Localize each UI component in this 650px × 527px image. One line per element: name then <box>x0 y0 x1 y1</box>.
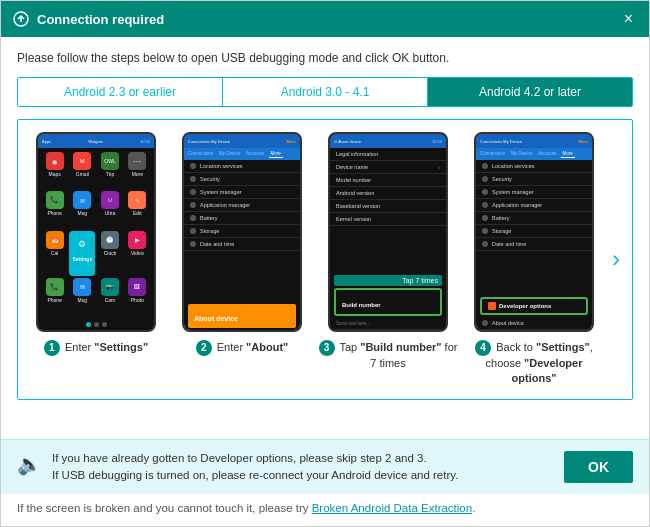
phone-tab4-conn: Connections <box>478 150 507 158</box>
phone-step2: Connections My Device More Connections M… <box>182 132 302 332</box>
tabs-bar: Android 2.3 or earlier Android 3.0 - 4.1… <box>17 77 633 107</box>
content-area: Please follow the steps below to open US… <box>1 37 649 439</box>
title-bar-left: Connection required <box>13 11 164 27</box>
phone-nav-4: Connections My Device Accounts More <box>476 148 592 160</box>
phone-tab-dev: My Device <box>217 150 242 158</box>
steps-container: Apps Widgets 10:52 ◉ Maps <box>17 119 633 400</box>
app-cam: 📷 Cam <box>97 278 122 315</box>
menu-model: Model number <box>330 174 446 187</box>
menu4-app: Application manager <box>476 199 592 212</box>
developer-options-label: Developer options <box>499 303 551 309</box>
app-gmail: M Gmail <box>69 152 95 189</box>
phone-screen-1: Apps Widgets 10:52 ◉ Maps <box>38 134 154 330</box>
menu-date: Date and time <box>184 238 300 251</box>
broken-android-link[interactable]: Broken Android Data Extraction <box>312 502 472 514</box>
close-button[interactable]: × <box>620 9 637 29</box>
bottom-suffix: . <box>472 502 475 514</box>
phone-step1: Apps Widgets 10:52 ◉ Maps <box>36 132 156 332</box>
phone-tab-conn: Connections <box>186 150 215 158</box>
phone-tab4-dev: My Device <box>509 150 534 158</box>
menu-list-3: Legal information Device name› Model num… <box>330 148 446 273</box>
main-window: Connection required × Please follow the … <box>0 0 650 527</box>
phone-screen-4: Connections My Device More Connections M… <box>476 134 592 330</box>
app-more: ⋯ More <box>125 152 150 189</box>
menu4-battery: Battery <box>476 212 592 225</box>
step-1-label: 1 Enter "Settings" <box>44 340 148 356</box>
menu4-security: Security <box>476 173 592 186</box>
tap-label: Tap 7 times <box>334 275 442 286</box>
step-2-label: 2 Enter "About" <box>196 340 289 356</box>
phone-status-3: ⊙ About device 10:52 <box>330 134 446 148</box>
next-arrow[interactable]: › <box>608 241 624 277</box>
app-video: ▶ Video <box>125 231 150 276</box>
menu4-about: About device <box>476 317 592 330</box>
menu4-storage: Storage <box>476 225 592 238</box>
tap-indicator: Tap 7 times Build number <box>330 273 446 318</box>
menu-system: System manager <box>184 186 300 199</box>
menu4-location: Location services <box>476 160 592 173</box>
steps-area: Apps Widgets 10:52 ◉ Maps <box>26 132 604 387</box>
phone-step3: ⊙ About device 10:52 Legal information D… <box>328 132 448 332</box>
tab-android-23[interactable]: Android 2.3 or earlier <box>18 78 223 106</box>
bottom-prefix: If the screen is broken and you cannot t… <box>17 502 312 514</box>
instruction-text: Please follow the steps below to open US… <box>17 51 633 65</box>
info-line1: If you have already gotten to Developer … <box>52 452 427 464</box>
menu-devname: Device name› <box>330 161 446 174</box>
phone-status-2: Connections My Device More <box>184 134 300 148</box>
menu4-system: System manager <box>476 186 592 199</box>
app-tripadvisor: OWL Trip <box>97 152 122 189</box>
phone-tab4-acc: Accounts <box>536 150 559 158</box>
menu4-date: Date and time <box>476 238 592 251</box>
app-maps: ◉ Maps <box>42 152 67 189</box>
step-1: Apps Widgets 10:52 ◉ Maps <box>26 132 166 387</box>
app-settings-highlighted: ⚙ Settings <box>69 231 95 276</box>
step-2: Connections My Device More Connections M… <box>172 132 312 387</box>
phone-step4: Connections My Device More Connections M… <box>474 132 594 332</box>
step-3: ⊙ About device 10:52 Legal information D… <box>318 132 458 387</box>
speaker-icon: 🔈 <box>17 452 42 476</box>
step-3-number: 3 <box>319 340 335 356</box>
phone-tab-acc: Accounts <box>244 150 267 158</box>
menu-storage: Storage <box>184 225 300 238</box>
build-number-label: Build number <box>342 302 381 308</box>
phone-nav-2: Connections My Device Accounts More <box>184 148 300 160</box>
about-device-label: About device <box>194 315 238 322</box>
menu-app: Application manager <box>184 199 300 212</box>
bottom-text: If the screen is broken and you cannot t… <box>1 494 649 526</box>
app-calendar: 📅 Cal <box>42 231 67 276</box>
app-msg: ✉ Msg <box>69 191 95 228</box>
app-grid: ◉ Maps M Gmail OWL Trip <box>38 148 154 319</box>
app-photo: 🖼 Photo <box>125 278 150 315</box>
menu-list-4: Location services Security System manage… <box>476 160 592 295</box>
step-4: Connections My Device More Connections M… <box>464 132 604 387</box>
step-2-number: 2 <box>196 340 212 356</box>
phone-screen-2: Connections My Device More Connections M… <box>184 134 300 330</box>
app-phone: 📞 Phone <box>42 191 67 228</box>
menu-security: Security <box>184 173 300 186</box>
app-clock: 🕐 Clock <box>97 231 122 276</box>
phone-status-4: Connections My Device More <box>476 134 592 148</box>
about-device-highlight: About device <box>188 304 296 328</box>
step-4-label: 4 Back to "Settings", choose "Developer … <box>464 340 604 387</box>
phone-status-1: Apps Widgets 10:52 <box>38 134 154 148</box>
tab-android-42[interactable]: Android 4.2 or later <box>428 78 632 106</box>
app-ultra: U Ultra <box>97 191 122 228</box>
step-3-label: 3 Tap "Build number" for 7 times <box>318 340 458 371</box>
menu-android: Android version <box>330 187 446 200</box>
menu-location: Location services <box>184 160 300 173</box>
menu-battery: Battery <box>184 212 300 225</box>
app-phone2: 📞 Phone <box>42 278 67 315</box>
developer-options-highlight: Developer options <box>480 297 588 315</box>
menu-legal: Legal information <box>330 148 446 161</box>
app-edit: ✎ Edit <box>125 191 150 228</box>
menu-kernel: Kernel version <box>330 213 446 226</box>
connection-icon <box>13 11 29 27</box>
ok-button[interactable]: OK <box>564 451 633 483</box>
info-bar: 🔈 If you have already gotten to Develope… <box>1 439 649 495</box>
tab-android-30[interactable]: Android 3.0 - 4.1 <box>223 78 428 106</box>
menu-baseband: Baseband version <box>330 200 446 213</box>
app-msg2: ✉ Msg <box>69 278 95 315</box>
info-line2: If USB debugging is turned on, please re… <box>52 469 458 481</box>
menu-list-2: Location services Security System manage… <box>184 160 300 302</box>
info-text-block: If you have already gotten to Developer … <box>52 450 554 485</box>
